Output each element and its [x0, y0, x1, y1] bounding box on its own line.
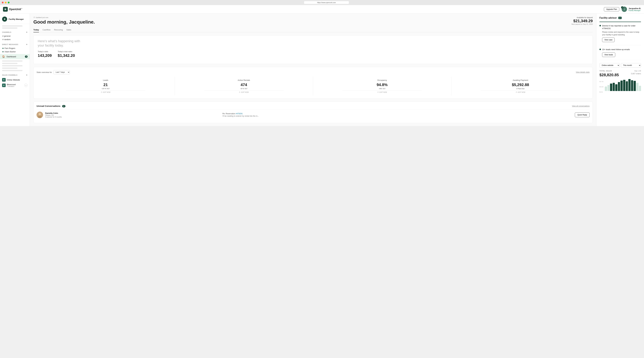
sidebar-item-online-website[interactable]: B Online Website: [2, 77, 28, 83]
sidebar-item-bloorcourt[interactable]: B Bloorcourt 7 members ‹‹: [2, 83, 28, 88]
advisor-case-subtext: Please review and respond to the case to…: [602, 31, 641, 36]
advisor-divider: [600, 22, 641, 22]
sidebar-sales-section: SALES CHANNELS + B Online Website B Bloo…: [0, 72, 30, 89]
tab-cashflow[interactable]: Cashflow: [42, 28, 50, 32]
conversations-card: Unread Conversations 3 View all conversa…: [34, 102, 593, 123]
sidebar-channels-section: CHANNELS + # general # random: [0, 30, 30, 42]
total-sales-row: TOTAL SALES Sep 1-30: [600, 70, 641, 72]
deposit-next: Next payout on Sep 21, 2020: [572, 23, 593, 25]
stats-overview-card: Stats overview for Last 7 days Last 30 d…: [34, 67, 593, 99]
user-info: J 1 Jacqueline B. Facility Manager: [622, 7, 641, 12]
conversation-meta: Daniella Cohn Ottawa, ON Customer for 9 …: [45, 112, 220, 118]
home-icon: 🏠: [2, 55, 5, 58]
channel-filter-select[interactable]: Online website Bloorcourt: [600, 63, 620, 68]
stat-sales-label: Today's total sales: [58, 51, 75, 53]
svg-point-1: [5, 9, 6, 10]
sales-filter-row: Online website Bloorcourt This month Las…: [600, 63, 641, 68]
content-header: ⏱ Updated just now Good morning, Jacquel…: [34, 17, 593, 27]
bar-3: [613, 83, 615, 91]
bloorcourt-info: Bloorcourt 7 members: [7, 83, 23, 87]
bar-8: [626, 81, 628, 91]
sidebar-item-adam-barker[interactable]: Adam Barker: [2, 50, 28, 53]
occupancy-time: ⏱ JUST NOW: [316, 92, 448, 93]
stat-cell-active-rentals: Active Rentals 474 +8 % YoY ⏱ JUST NOW: [175, 77, 313, 96]
tab-reccuring[interactable]: Reccuring: [54, 28, 63, 32]
clock-icon: ⏱: [516, 92, 517, 93]
updated-label: ⏱ Updated just now: [34, 17, 95, 18]
tab-sales[interactable]: Sales: [66, 28, 71, 32]
skeleton-bar: [2, 28, 18, 29]
quick-reply-button[interactable]: Quick Reply: [575, 113, 590, 117]
browser-titlebar: https://www.openunit.com: [2, 1, 642, 5]
stat-cell-awaiting-payment: Awaiting Payment $5,292.88 0 Past Due ⏱ …: [452, 77, 590, 96]
nav-label-dashboard: Dashboard: [6, 56, 24, 58]
reservation-link[interactable]: #478291: [236, 113, 243, 115]
sidebar-section-header-channels: CHANNELS +: [2, 31, 28, 34]
advisor-item-case: Dennis K has reported a case for order #…: [600, 25, 641, 45]
deposit-label: Available for deposit: [572, 17, 593, 19]
sidebar-collapse-button[interactable]: ‹‹: [24, 84, 28, 87]
leads-value: 21: [40, 83, 172, 87]
advisor-dot: [600, 25, 601, 27]
sales-channels-label: SALES CHANNELS: [2, 74, 18, 76]
total-sales-amount: $28,820.85: [600, 73, 619, 77]
conversation-avatar: [36, 112, 43, 118]
advisor-leads-text: 10+ leads need follow-up emails: [602, 48, 630, 51]
bar-11: [634, 81, 636, 91]
advisor-title: Facility advisor: [600, 17, 617, 19]
view-all-conversations-link[interactable]: View all conversations: [572, 105, 590, 107]
sidebar: Facility Manager CHANNELS + # general # …: [0, 14, 30, 126]
sidebar-item-dashboard[interactable]: 🏠 Dashboard 5: [0, 54, 30, 59]
view-leads-button[interactable]: View leads: [602, 53, 615, 57]
content-area: ⏱ Updated just now Good morning, Jacquel…: [30, 14, 596, 126]
today-intro-card: Here's what's happening withyour facilit…: [34, 35, 593, 64]
traffic-light-yellow[interactable]: [5, 2, 6, 4]
conversation-location: Ottawa, ON: [45, 114, 220, 116]
dm-status-dot: [2, 48, 4, 49]
traffic-light-green[interactable]: [8, 2, 10, 4]
bar-10: [631, 80, 633, 91]
stat-visits: Today's visits 143,209: [38, 51, 52, 58]
awaiting-payment-change: 0 Past Due: [454, 88, 587, 90]
upgrade-plan-button[interactable]: Upgrade Plan: [604, 7, 619, 11]
sidebar-item-pam-rogers[interactable]: Pam Rogers: [2, 47, 28, 50]
sidebar-skeleton-1: [0, 25, 30, 29]
advisor-case-text: Dennis K has reported a case for order #…: [602, 25, 641, 30]
stats-overview-label: Stats overview for: [36, 71, 52, 73]
bar-6: [620, 81, 623, 91]
intro-text: Here's what's happening withyour facilit…: [38, 39, 588, 48]
brand-icon: [3, 7, 8, 12]
skeleton-bar: [2, 70, 22, 71]
active-rentals-time: ⏱ JUST NOW: [178, 92, 310, 93]
dm-name: Pam Rogers: [4, 47, 15, 49]
url-bar[interactable]: https://www.openunit.com: [304, 1, 349, 4]
stats-header-left: Stats overview for Last 7 days Last 30 d…: [36, 70, 70, 74]
bar-0: [605, 87, 607, 91]
active-rentals-change: +8 % YoY: [178, 88, 310, 90]
stats-period-select[interactable]: Last 7 days Last 30 days Last 90 days: [53, 70, 70, 74]
bar-7: [623, 80, 625, 91]
sidebar-item-general[interactable]: # general: [2, 34, 28, 38]
bar-9: [628, 79, 630, 91]
view-case-button[interactable]: View case: [602, 38, 615, 42]
add-sales-channel-button[interactable]: +: [26, 74, 28, 76]
sidebar-item-random[interactable]: # random: [2, 38, 28, 41]
stat-sales-value: $1,342.20: [58, 53, 75, 58]
skeleton-bar: [2, 25, 22, 27]
total-sales-section: TOTAL SALES Sep 1-30 $28,820.85 5,667 or…: [600, 70, 641, 91]
clock-icon: ⏱: [101, 92, 102, 93]
nav-right: Upgrade Plan J 1 Jacqueline B. Facility …: [604, 7, 641, 12]
conversation-preview: I'll be needing to extend my rental into…: [222, 115, 573, 117]
bar-1: [608, 85, 610, 91]
tab-today[interactable]: Today: [34, 28, 39, 32]
clock-icon: ⏱: [239, 92, 240, 93]
advisor-dot: [600, 49, 601, 50]
advisor-item-row: Dennis K has reported a case for order #…: [600, 25, 641, 30]
view-details-link[interactable]: View details stats: [576, 71, 590, 73]
add-channel-button[interactable]: +: [26, 31, 28, 34]
period-filter-select[interactable]: This month Last month Last 3 months: [621, 63, 641, 68]
traffic-light-red[interactable]: [2, 2, 4, 4]
sidebar-section-header-dm: DIRECT MESSAGES +: [2, 43, 28, 46]
top-navbar: OpenUnit™ Upgrade Plan J 1 Jacqueline B.…: [0, 5, 644, 14]
add-dm-button[interactable]: +: [26, 43, 28, 46]
